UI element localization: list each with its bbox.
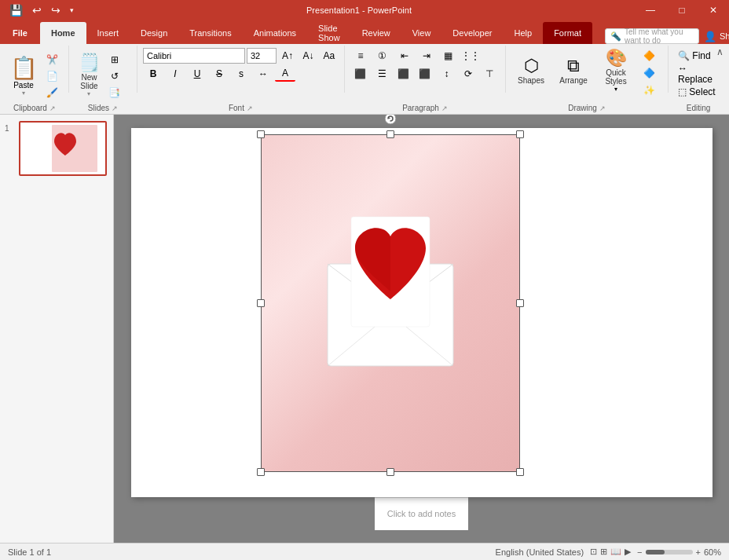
decrease-indent-button[interactable]: ⇤ (394, 48, 415, 64)
slide-thumb-1[interactable] (19, 121, 107, 176)
slide-thumbnail-1[interactable]: 1 (5, 121, 108, 176)
align-right-button[interactable]: ⬛ (394, 66, 413, 82)
minimize-button[interactable]: — (635, 0, 666, 20)
normal-view-btn[interactable]: ⊡ (590, 547, 597, 557)
paste-button[interactable]: 📋 Paste ▾ (6, 53, 41, 99)
tab-file[interactable]: File (0, 22, 40, 44)
quick-styles-dropdown[interactable]: ▾ (614, 86, 617, 93)
line-spacing-button[interactable]: ↕ (437, 66, 456, 82)
notes-area[interactable]: Click to add notes (375, 497, 468, 530)
tab-home[interactable]: Home (40, 22, 86, 44)
tab-animations[interactable]: Animations (243, 22, 307, 44)
text-direction-button[interactable]: ⟳ (458, 66, 478, 82)
smartart-button[interactable]: ⋮⋮ (460, 48, 481, 64)
paragraph-expand-icon[interactable]: ↗ (441, 104, 448, 112)
zoom-out-btn[interactable]: − (637, 547, 642, 557)
handle-mid-right[interactable] (516, 299, 524, 307)
handle-bottom-left[interactable] (257, 468, 265, 476)
tab-view[interactable]: View (401, 22, 442, 44)
redo-quick-btn[interactable]: ↪ (48, 2, 64, 18)
shadow-button[interactable]: s (231, 66, 251, 82)
align-left-button[interactable]: ⬛ (350, 66, 370, 82)
paste-dropdown[interactable]: ▾ (22, 90, 25, 97)
slide-canvas[interactable] (131, 128, 713, 497)
increase-indent-button[interactable]: ⇥ (416, 48, 437, 64)
collapse-ribbon-button[interactable]: ∧ (713, 46, 726, 58)
clipboard-expand-icon[interactable]: ↗ (49, 104, 56, 112)
selected-image[interactable] (261, 134, 520, 472)
tab-help[interactable]: Help (504, 22, 544, 44)
tab-transitions[interactable]: Transitions (178, 22, 242, 44)
drawing-expand-icon[interactable]: ↗ (599, 104, 606, 112)
numbering-button[interactable]: ① (372, 48, 393, 64)
new-slide-button[interactable]: 🗒️ NewSlide ▾ (75, 53, 104, 99)
tab-slideshow[interactable]: Slide Show (307, 22, 351, 44)
bullets-button[interactable]: ≡ (350, 48, 371, 64)
slides-expand-icon[interactable]: ↗ (112, 104, 118, 112)
font-expand-icon[interactable]: ↗ (247, 104, 253, 112)
format-painter-button[interactable]: 🖌️ (42, 85, 62, 101)
spacing-button[interactable]: ↔ (253, 66, 273, 82)
arrange-button-wrap: ⧉ Arrange (554, 48, 593, 93)
align-text-button[interactable]: ⊤ (480, 66, 500, 82)
tab-insert[interactable]: Insert (86, 22, 130, 44)
justify-button[interactable]: ⬛ (415, 66, 434, 82)
shape-effects-button[interactable]: ✨ (639, 82, 659, 98)
new-slide-dropdown[interactable]: ▾ (87, 90, 90, 97)
section-button[interactable]: 📑 (104, 85, 125, 101)
shapes-button[interactable]: ⬡ Shapes (511, 48, 551, 93)
shapes-label: Shapes (518, 76, 544, 85)
bold-button[interactable]: B (143, 66, 163, 82)
sep5 (668, 46, 669, 93)
font-color-button[interactable]: A (275, 66, 295, 82)
reading-view-btn[interactable]: 📖 (610, 547, 621, 557)
underline-button[interactable]: U (187, 66, 207, 82)
handle-mid-left[interactable] (257, 299, 265, 307)
shape-fill-button[interactable]: 🔶 (639, 48, 659, 64)
font-name-input[interactable] (143, 48, 245, 64)
font-size-input[interactable] (247, 48, 277, 64)
handle-top-right[interactable] (516, 130, 524, 138)
rotate-handle[interactable] (384, 115, 397, 125)
reset-button[interactable]: ↺ (104, 68, 125, 84)
handle-bottom-right[interactable] (516, 468, 524, 476)
tab-developer[interactable]: Developer (441, 22, 503, 44)
undo-quick-btn[interactable]: ↩ (29, 2, 45, 18)
slide-sorter-btn[interactable]: ⊞ (600, 547, 607, 557)
arrange-button[interactable]: ⧉ Arrange (554, 48, 593, 93)
shape-outline-button[interactable]: 🔷 (639, 65, 659, 81)
columns-button[interactable]: ▦ (438, 48, 459, 64)
handle-bottom-mid[interactable] (386, 468, 394, 476)
share-label: Share (720, 31, 729, 41)
tab-format[interactable]: Format (543, 22, 592, 44)
handle-top-mid[interactable] (386, 130, 394, 138)
align-center-button[interactable]: ☰ (372, 66, 391, 82)
quick-styles-button-wrap: 🎨 QuickStyles ▾ (596, 48, 636, 93)
zoom-in-btn[interactable]: + (696, 547, 701, 557)
zoom-slider[interactable] (646, 550, 693, 555)
select-button[interactable]: ⬚ Select (675, 84, 722, 100)
handle-top-left[interactable] (257, 130, 265, 138)
slideshow-btn[interactable]: ▶ (625, 547, 631, 557)
increase-font-button[interactable]: A↑ (278, 48, 297, 64)
ribbon-group-slides: 🗒️ NewSlide ▾ ⊞ ↺ 📑 Slides ↗ (71, 46, 134, 114)
cut-button[interactable]: ✂️ (42, 52, 62, 68)
share-button[interactable]: 👤 Share (704, 31, 729, 42)
save-quick-btn[interactable]: 💾 (6, 2, 26, 18)
quick-styles-button[interactable]: 🎨 QuickStyles ▾ (596, 48, 636, 93)
tell-me-input[interactable]: 🔦 Tell me what you want to do (605, 28, 699, 44)
replace-button[interactable]: ↔ Replace (675, 66, 722, 82)
dropdown-quick-btn[interactable]: ▾ (67, 5, 77, 16)
ribbon-group-font: A↑ A↓ Aa B I U S s ↔ A Font ↗ (140, 46, 342, 114)
copy-button[interactable]: 📄 (42, 68, 62, 84)
layout-button[interactable]: ⊞ (104, 52, 125, 68)
tab-review[interactable]: Review (351, 22, 401, 44)
canvas-area[interactable]: Click to add notes (114, 115, 729, 543)
strikethrough-button[interactable]: S (209, 66, 229, 82)
tab-design[interactable]: Design (130, 22, 178, 44)
close-button[interactable]: ✕ (698, 0, 729, 20)
clear-format-button[interactable]: Aa (320, 48, 339, 64)
maximize-button[interactable]: □ (666, 0, 698, 20)
italic-button[interactable]: I (165, 66, 185, 82)
decrease-font-button[interactable]: A↓ (299, 48, 317, 64)
